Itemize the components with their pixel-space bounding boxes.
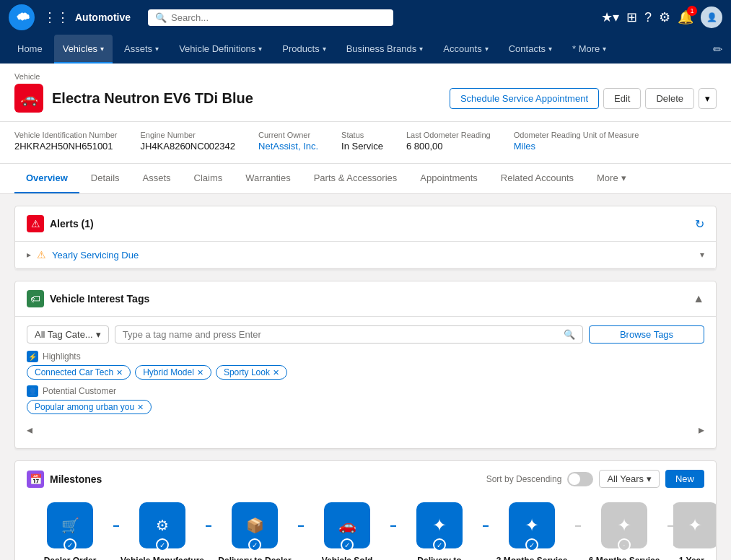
secondary-navigation: Home Vehicles ▾ Assets ▾ Vehicle Definit…	[0, 35, 731, 64]
odometer-unit-value[interactable]: Miles	[514, 141, 639, 152]
tab-warranties[interactable]: Warranties	[234, 164, 302, 193]
salesforce-logo[interactable]	[9, 4, 35, 30]
global-search-bar[interactable]: 🔍	[148, 9, 393, 26]
tab-details[interactable]: Details	[79, 164, 131, 193]
tab-claims[interactable]: Claims	[183, 164, 235, 193]
alerts-refresh-icon[interactable]: ↻	[695, 217, 704, 231]
vin-label: Vehicle Identification Number	[14, 131, 117, 139]
app-name-label: Automotive	[75, 12, 131, 23]
settings-icon[interactable]: ⚙	[659, 9, 670, 25]
schedule-service-button[interactable]: Schedule Service Appointment	[450, 88, 599, 109]
milestone-vehicle-sold: 🚗 ✓ Vehicle Sold 27 May 2022 p.	[304, 502, 390, 560]
connector-3	[390, 525, 396, 527]
tags-scroll-left-icon[interactable]: ◂	[27, 423, 32, 437]
nav-item-products[interactable]: Products ▾	[273, 35, 334, 64]
dealer-order-label: Dealer Order	[44, 556, 97, 560]
status-label: Status	[341, 131, 383, 139]
nav-item-home[interactable]: Home	[9, 35, 51, 64]
sort-toggle-wrap	[567, 472, 593, 486]
connector-0	[113, 525, 119, 527]
browse-tags-button[interactable]: Browse Tags	[589, 325, 704, 344]
nav-item-business-brands[interactable]: Business Brands ▾	[338, 35, 432, 64]
tab-parts-accessories[interactable]: Parts & Accessories	[302, 164, 409, 193]
potential-customer-tags-row: Popular among urban you ✕	[27, 400, 704, 414]
milestones-card-icon: 📅	[27, 471, 44, 488]
help-icon[interactable]: ?	[644, 10, 652, 25]
vehicle-manufacture-check: ✓	[156, 538, 169, 551]
6months-service-icon-wrap: ✦ ·	[601, 502, 647, 548]
tags-scroll-right-icon[interactable]: ▸	[699, 423, 704, 437]
nav-item-vehicle-definitions[interactable]: Vehicle Definitions ▾	[170, 35, 271, 64]
accounts-chevron-icon: ▾	[485, 45, 489, 53]
vin-value: 2HKRA2H50NH651001	[14, 141, 117, 152]
connector-2	[298, 525, 304, 527]
tab-assets[interactable]: Assets	[131, 164, 183, 193]
app-grid-icon[interactable]: ⋮⋮	[43, 9, 69, 25]
field-vin: Vehicle Identification Number 2HKRA2H50N…	[14, 131, 117, 152]
tab-overview[interactable]: Overview	[14, 164, 79, 193]
milestones-row: 🛒 ✓ Dealer Order 1 Dec 2021 p. ⚙ ✓ Vehic…	[27, 502, 704, 560]
nav-item-contacts[interactable]: Contacts ▾	[500, 35, 561, 64]
add-icon[interactable]: ⊞	[626, 9, 637, 25]
alert-text-0: Yearly Servicing Due	[52, 250, 139, 261]
record-type-icon: 🚗	[14, 84, 43, 113]
tag-search-field[interactable]	[123, 329, 559, 340]
owner-value[interactable]: NetAssist, Inc.	[258, 141, 318, 152]
milestones-controls: Sort by Descending All Years ▾ New	[486, 470, 704, 488]
tag-group-potential-customer: 👤 Potential Customer Popular among urban…	[27, 385, 704, 414]
nav-item-accounts[interactable]: Accounts ▾	[434, 35, 496, 64]
engine-label: Engine Number	[140, 131, 235, 139]
business-brands-chevron-icon: ▾	[419, 45, 423, 53]
tag-search-row: All Tag Cate... ▾ 🔍 Browse Tags	[27, 325, 704, 344]
connector-6	[667, 525, 673, 527]
tags-card-header: 🏷 Vehicle Interest Tags ▲	[15, 281, 716, 317]
actions-dropdown-button[interactable]: ▾	[699, 88, 717, 109]
tag-chip-0: Connected Car Tech ✕	[27, 365, 131, 380]
tab-related-accounts[interactable]: Related Accounts	[489, 164, 585, 193]
favorites-icon[interactable]: ★▾	[601, 9, 619, 25]
alert-item-0[interactable]: ▸ ⚠ Yearly Servicing Due ▾	[15, 242, 716, 268]
nav-item-more[interactable]: * More ▾	[564, 35, 615, 64]
tag-group-highlights: ⚡ Highlights Connected Car Tech ✕ Hybrid…	[27, 351, 704, 380]
new-milestone-button[interactable]: New	[665, 470, 704, 488]
sort-toggle[interactable]	[567, 472, 593, 486]
remove-tag-0[interactable]: ✕	[116, 368, 123, 377]
alerts-header-left: ⚠ Alerts (1)	[27, 215, 94, 232]
potential-customer-group-label: Potential Customer	[43, 386, 116, 396]
highlights-tags-row: Connected Car Tech ✕ Hybrid Model ✕ Spor…	[27, 365, 704, 380]
tab-more[interactable]: More ▾	[585, 164, 638, 193]
tag-section: All Tag Cate... ▾ 🔍 Browse Tags ⚡ Highli…	[15, 317, 716, 448]
milestones-header: 📅 Milestones Sort by Descending All Year…	[15, 461, 716, 496]
edit-button[interactable]: Edit	[603, 88, 641, 109]
alerts-card-header: ⚠ Alerts (1) ↻	[15, 206, 716, 242]
tag-chip-1: Hybrid Model ✕	[135, 365, 211, 380]
top-navigation: ⋮⋮ Automotive 🔍 ★▾ ⊞ ? ⚙ 🔔 1 👤	[0, 0, 731, 35]
delivery-customer-check: ✓	[433, 538, 446, 551]
notifications-icon[interactable]: 🔔 1	[678, 9, 693, 25]
milestones-card: 📅 Milestones Sort by Descending All Year…	[14, 460, 717, 560]
alerts-card: ⚠ Alerts (1) ↻ ▸ ⚠ Yearly Servicing Due …	[14, 206, 717, 269]
delivery-dealer-label: Delivery to Dealer	[218, 556, 291, 560]
nav-item-vehicles[interactable]: Vehicles ▾	[54, 35, 113, 64]
tag-scroll-controls: ◂ ▸	[27, 420, 704, 439]
category-chevron-icon: ▾	[96, 329, 101, 340]
nav-item-assets[interactable]: Assets ▾	[115, 35, 167, 64]
user-avatar[interactable]: 👤	[701, 6, 722, 28]
alert-expand-icon: ▸	[27, 250, 31, 260]
tag-category-select[interactable]: All Tag Cate... ▾	[27, 325, 109, 344]
remove-tag-1[interactable]: ✕	[197, 368, 203, 377]
delete-button[interactable]: Delete	[645, 88, 694, 109]
vehicle-sold-check: ✓	[341, 538, 354, 551]
remove-tag-3[interactable]: ✕	[137, 403, 144, 412]
search-input[interactable]	[171, 12, 386, 23]
remove-tag-2[interactable]: ✕	[273, 368, 279, 377]
milestone-6months-service: ✦ · 6 Months Service 27 Nov 2022 p.	[581, 502, 667, 560]
record-title: Electra Neutron EV6 TDi Blue	[52, 90, 253, 107]
odometer-label: Last Odometer Reading	[406, 131, 491, 139]
all-years-button[interactable]: All Years ▾	[599, 470, 660, 488]
tags-card-icon: 🏷	[27, 290, 44, 307]
nav-edit-icon[interactable]: ✏	[713, 35, 722, 64]
highlights-group-label: Highlights	[43, 351, 81, 362]
tab-appointments[interactable]: Appointments	[408, 164, 489, 193]
tags-collapse-icon[interactable]: ▲	[693, 292, 704, 305]
